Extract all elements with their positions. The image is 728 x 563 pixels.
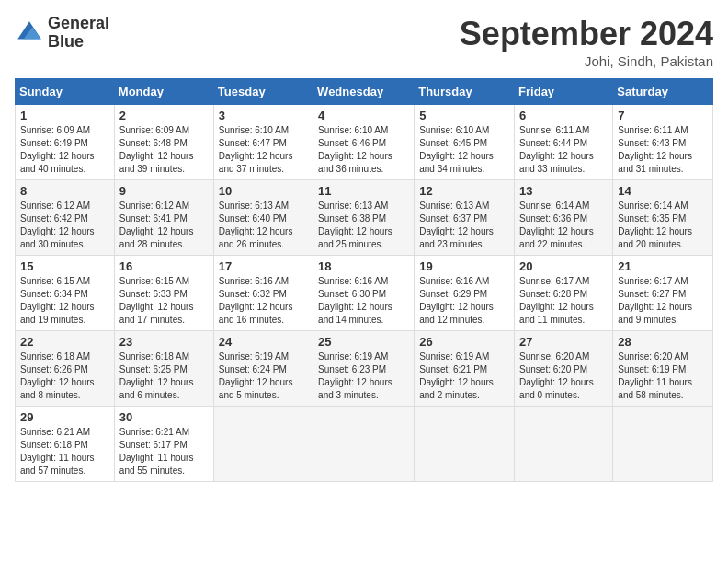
logo: General Blue <box>15 15 109 52</box>
day-info: Sunrise: 6:16 AMSunset: 6:29 PMDaylight:… <box>419 275 509 327</box>
calendar-cell: 11Sunrise: 6:13 AMSunset: 6:38 PMDayligh… <box>313 180 415 256</box>
weekday-header-row: SundayMondayTuesdayWednesdayThursdayFrid… <box>16 79 713 105</box>
calendar-cell: 29Sunrise: 6:21 AMSunset: 6:18 PMDayligh… <box>16 407 115 482</box>
day-number: 16 <box>119 259 209 273</box>
day-info: Sunrise: 6:19 AMSunset: 6:24 PMDaylight:… <box>219 350 308 402</box>
day-info: Sunrise: 6:15 AMSunset: 6:33 PMDaylight:… <box>119 275 209 327</box>
calendar-week-row: 15Sunrise: 6:15 AMSunset: 6:34 PMDayligh… <box>16 256 713 331</box>
day-info: Sunrise: 6:19 AMSunset: 6:21 PMDaylight:… <box>419 350 509 402</box>
weekday-header: Saturday <box>613 79 713 105</box>
day-number: 11 <box>318 184 409 198</box>
day-info: Sunrise: 6:12 AMSunset: 6:42 PMDaylight:… <box>20 200 109 251</box>
day-number: 30 <box>119 410 209 424</box>
day-info: Sunrise: 6:10 AMSunset: 6:46 PMDaylight:… <box>318 124 409 176</box>
day-info: Sunrise: 6:16 AMSunset: 6:30 PMDaylight:… <box>318 275 409 327</box>
calendar-cell: 24Sunrise: 6:19 AMSunset: 6:24 PMDayligh… <box>213 331 313 407</box>
day-info: Sunrise: 6:13 AMSunset: 6:38 PMDaylight:… <box>318 200 409 251</box>
day-number: 13 <box>519 184 608 198</box>
day-info: Sunrise: 6:15 AMSunset: 6:34 PMDaylight:… <box>20 275 109 327</box>
title-block: September 2024 Johi, Sindh, Pakistan <box>460 15 713 69</box>
day-info: Sunrise: 6:10 AMSunset: 6:45 PMDaylight:… <box>419 124 509 176</box>
calendar-cell: 2Sunrise: 6:09 AMSunset: 6:48 PMDaylight… <box>114 105 213 180</box>
day-info: Sunrise: 6:18 AMSunset: 6:26 PMDaylight:… <box>20 350 109 402</box>
day-info: Sunrise: 6:17 AMSunset: 6:28 PMDaylight:… <box>519 275 608 327</box>
day-number: 14 <box>618 184 708 198</box>
day-number: 17 <box>219 259 308 273</box>
calendar-cell: 19Sunrise: 6:16 AMSunset: 6:29 PMDayligh… <box>415 256 515 331</box>
day-number: 3 <box>219 109 308 122</box>
day-number: 28 <box>618 335 708 349</box>
calendar-cell: 9Sunrise: 6:12 AMSunset: 6:41 PMDaylight… <box>114 180 213 256</box>
logo-icon <box>15 18 44 48</box>
day-number: 29 <box>20 410 109 424</box>
weekday-header: Tuesday <box>213 79 313 105</box>
day-number: 6 <box>519 109 608 122</box>
day-info: Sunrise: 6:20 AMSunset: 6:19 PMDaylight:… <box>618 350 708 402</box>
calendar-cell <box>515 407 613 482</box>
calendar-cell: 18Sunrise: 6:16 AMSunset: 6:30 PMDayligh… <box>313 256 415 331</box>
day-info: Sunrise: 6:09 AMSunset: 6:48 PMDaylight:… <box>119 124 209 176</box>
calendar-cell: 8Sunrise: 6:12 AMSunset: 6:42 PMDaylight… <box>16 180 115 256</box>
calendar-table: SundayMondayTuesdayWednesdayThursdayFrid… <box>15 78 713 482</box>
day-number: 25 <box>318 335 409 349</box>
calendar-cell: 14Sunrise: 6:14 AMSunset: 6:35 PMDayligh… <box>613 180 713 256</box>
calendar-cell: 17Sunrise: 6:16 AMSunset: 6:32 PMDayligh… <box>213 256 313 331</box>
calendar-cell <box>613 407 713 482</box>
day-number: 9 <box>119 184 209 198</box>
day-number: 5 <box>419 109 509 122</box>
calendar-cell <box>313 407 415 482</box>
calendar-cell: 1Sunrise: 6:09 AMSunset: 6:49 PMDaylight… <box>16 105 115 180</box>
day-number: 2 <box>119 109 209 122</box>
calendar-cell: 22Sunrise: 6:18 AMSunset: 6:26 PMDayligh… <box>16 331 115 407</box>
calendar-cell: 3Sunrise: 6:10 AMSunset: 6:47 PMDaylight… <box>213 105 313 180</box>
day-number: 4 <box>318 109 409 122</box>
day-number: 7 <box>618 109 708 122</box>
day-info: Sunrise: 6:21 AMSunset: 6:18 PMDaylight:… <box>20 426 109 477</box>
calendar-cell: 15Sunrise: 6:15 AMSunset: 6:34 PMDayligh… <box>16 256 115 331</box>
day-number: 27 <box>519 335 608 349</box>
calendar-cell: 5Sunrise: 6:10 AMSunset: 6:45 PMDaylight… <box>415 105 515 180</box>
day-number: 12 <box>419 184 509 198</box>
day-number: 10 <box>219 184 308 198</box>
calendar-week-row: 8Sunrise: 6:12 AMSunset: 6:42 PMDaylight… <box>16 180 713 256</box>
calendar-cell: 6Sunrise: 6:11 AMSunset: 6:44 PMDaylight… <box>515 105 613 180</box>
day-number: 19 <box>419 259 509 273</box>
day-info: Sunrise: 6:18 AMSunset: 6:25 PMDaylight:… <box>119 350 209 402</box>
day-info: Sunrise: 6:10 AMSunset: 6:47 PMDaylight:… <box>219 124 308 176</box>
day-info: Sunrise: 6:20 AMSunset: 6:20 PMDaylight:… <box>519 350 608 402</box>
calendar-cell: 25Sunrise: 6:19 AMSunset: 6:23 PMDayligh… <box>313 331 415 407</box>
day-number: 21 <box>618 259 708 273</box>
day-number: 1 <box>20 109 109 122</box>
day-info: Sunrise: 6:13 AMSunset: 6:37 PMDaylight:… <box>419 200 509 251</box>
day-info: Sunrise: 6:14 AMSunset: 6:36 PMDaylight:… <box>519 200 608 251</box>
day-info: Sunrise: 6:09 AMSunset: 6:49 PMDaylight:… <box>20 124 109 176</box>
month-title: September 2024 <box>460 15 713 53</box>
weekday-header: Monday <box>114 79 213 105</box>
weekday-header: Thursday <box>415 79 515 105</box>
calendar-cell: 21Sunrise: 6:17 AMSunset: 6:27 PMDayligh… <box>613 256 713 331</box>
day-number: 8 <box>20 184 109 198</box>
calendar-cell: 4Sunrise: 6:10 AMSunset: 6:46 PMDaylight… <box>313 105 415 180</box>
day-info: Sunrise: 6:13 AMSunset: 6:40 PMDaylight:… <box>219 200 308 251</box>
calendar-week-row: 1Sunrise: 6:09 AMSunset: 6:49 PMDaylight… <box>16 105 713 180</box>
page-header: General Blue September 2024 Johi, Sindh,… <box>15 15 713 69</box>
day-number: 26 <box>419 335 509 349</box>
day-number: 23 <box>119 335 209 349</box>
calendar-week-row: 22Sunrise: 6:18 AMSunset: 6:26 PMDayligh… <box>16 331 713 407</box>
day-info: Sunrise: 6:11 AMSunset: 6:44 PMDaylight:… <box>519 124 608 176</box>
day-info: Sunrise: 6:17 AMSunset: 6:27 PMDaylight:… <box>618 275 708 327</box>
day-number: 18 <box>318 259 409 273</box>
day-number: 22 <box>20 335 109 349</box>
day-number: 15 <box>20 259 109 273</box>
day-info: Sunrise: 6:12 AMSunset: 6:41 PMDaylight:… <box>119 200 209 251</box>
day-number: 24 <box>219 335 308 349</box>
calendar-cell: 7Sunrise: 6:11 AMSunset: 6:43 PMDaylight… <box>613 105 713 180</box>
location: Johi, Sindh, Pakistan <box>460 53 713 69</box>
weekday-header: Sunday <box>16 79 115 105</box>
logo-text: General Blue <box>48 15 109 52</box>
calendar-cell: 23Sunrise: 6:18 AMSunset: 6:25 PMDayligh… <box>114 331 213 407</box>
calendar-cell: 20Sunrise: 6:17 AMSunset: 6:28 PMDayligh… <box>515 256 613 331</box>
day-info: Sunrise: 6:11 AMSunset: 6:43 PMDaylight:… <box>618 124 708 176</box>
day-info: Sunrise: 6:16 AMSunset: 6:32 PMDaylight:… <box>219 275 308 327</box>
calendar-cell <box>415 407 515 482</box>
